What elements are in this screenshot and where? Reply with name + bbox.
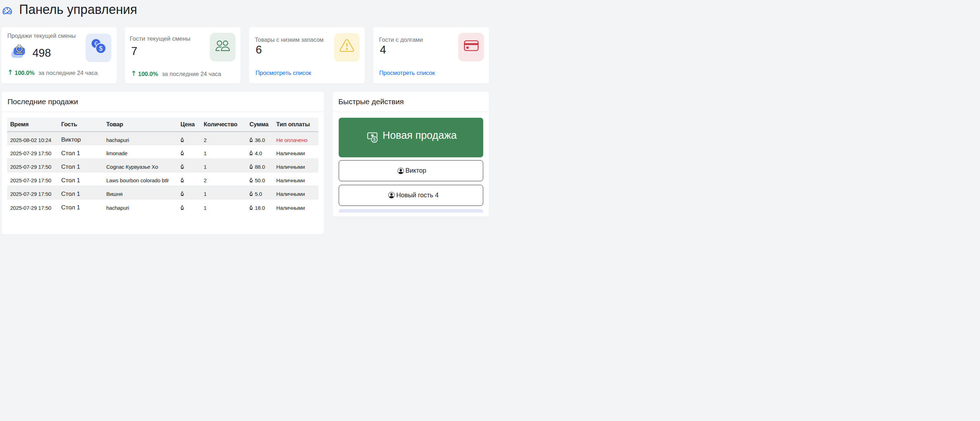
svg-text:$: $ — [373, 137, 376, 142]
svg-text:$: $ — [99, 45, 102, 52]
